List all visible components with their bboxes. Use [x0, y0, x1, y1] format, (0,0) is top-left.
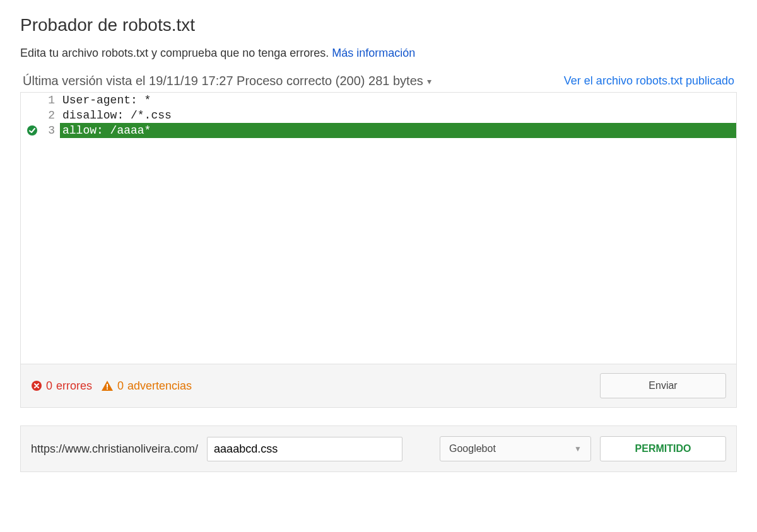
- warnings-label: advertencias: [127, 379, 192, 393]
- warning-icon: [101, 380, 114, 391]
- code-text[interactable]: disallow: /*.css: [60, 108, 736, 123]
- warnings-indicator: 0 advertencias: [101, 379, 192, 393]
- chevron-down-icon: ▼: [574, 444, 582, 453]
- editor-panel: 1User-agent: *2disallow: /*.css3allow: /…: [20, 92, 737, 408]
- submit-button[interactable]: Enviar: [600, 373, 726, 398]
- code-editor[interactable]: 1User-agent: *2disallow: /*.css3allow: /…: [21, 93, 736, 364]
- more-info-link[interactable]: Más información: [332, 47, 415, 59]
- line-number: 3: [44, 123, 60, 138]
- status-text: Última versión vista el 19/11/19 17:27 P…: [23, 74, 423, 88]
- url-prefix-label: https://www.christianoliveira.com/: [31, 442, 198, 456]
- code-text[interactable]: User-agent: *: [60, 93, 736, 108]
- warnings-count: 0: [117, 379, 124, 393]
- subtitle-text: Edita tu archivo robots.txt y comprueba …: [20, 47, 329, 59]
- page-title: Probador de robots.txt: [20, 15, 737, 35]
- error-icon: [31, 380, 42, 391]
- chevron-down-icon: ▾: [427, 76, 431, 86]
- test-result-badge: PERMITIDO: [600, 436, 726, 461]
- view-published-link[interactable]: Ver el archivo robots.txt publicado: [564, 74, 734, 88]
- errors-count: 0: [46, 379, 52, 393]
- svg-rect-2: [107, 384, 108, 388]
- gutter-icon-cell: [21, 93, 44, 108]
- url-tester-bar: https://www.christianoliveira.com/ Googl…: [20, 425, 737, 472]
- editor-line[interactable]: 3allow: /aaaa*: [21, 123, 736, 138]
- line-number: 1: [44, 93, 60, 108]
- url-path-input[interactable]: [207, 437, 402, 461]
- gutter-icon-cell: [21, 108, 44, 123]
- svg-point-0: [27, 125, 37, 136]
- editor-line[interactable]: 2disallow: /*.css: [21, 108, 736, 123]
- subtitle-row: Edita tu archivo robots.txt y comprueba …: [20, 47, 737, 60]
- status-bar: Última versión vista el 19/11/19 17:27 P…: [20, 74, 737, 88]
- svg-rect-3: [107, 388, 108, 390]
- editor-line[interactable]: 1User-agent: *: [21, 93, 736, 108]
- bot-selected-label: Googlebot: [449, 443, 496, 454]
- errors-label: errores: [56, 379, 92, 393]
- code-text[interactable]: allow: /aaaa*: [60, 123, 736, 138]
- error-warning-summary: 0 errores 0 advertencias: [31, 379, 192, 393]
- gutter-icon-cell: [21, 123, 44, 138]
- bot-select[interactable]: Googlebot ▼: [440, 436, 591, 461]
- errors-indicator: 0 errores: [31, 379, 92, 393]
- check-circle-icon: [26, 125, 38, 136]
- page-container: Probador de robots.txt Edita tu archivo …: [0, 0, 757, 487]
- editor-footer: 0 errores 0 advertencias Enviar: [21, 364, 736, 407]
- line-number: 2: [44, 108, 60, 123]
- status-dropdown[interactable]: Última versión vista el 19/11/19 17:27 P…: [23, 74, 431, 88]
